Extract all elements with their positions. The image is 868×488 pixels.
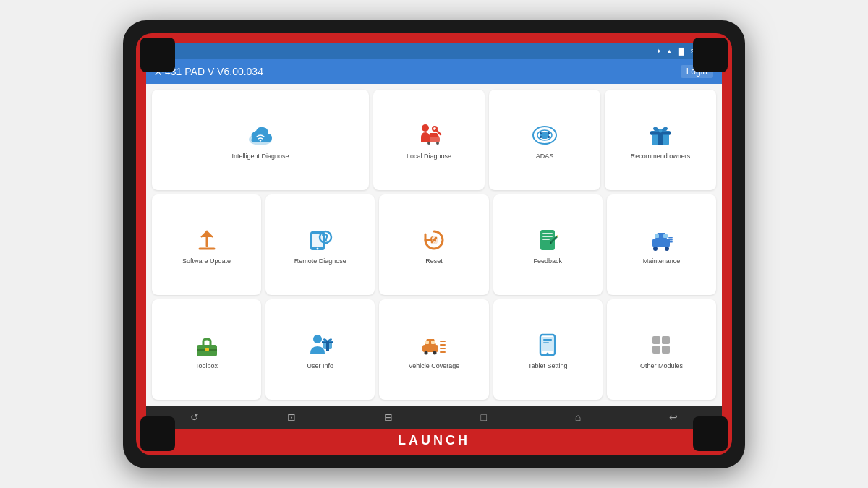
tile-reset[interactable]: Reset <box>379 194 488 295</box>
svg-rect-35 <box>668 237 673 239</box>
tile-tablet-setting[interactable]: Tablet Setting <box>493 299 603 400</box>
corner-bumper-tl <box>140 38 175 72</box>
app-row-3: Toolbox <box>152 299 716 400</box>
svg-point-50 <box>433 351 437 354</box>
svg-point-5 <box>436 142 439 145</box>
adas-icon <box>530 121 559 150</box>
intelligent-diagnose-label: Intelligent Diagnose <box>231 153 289 160</box>
svg-rect-45 <box>322 342 333 343</box>
tile-adas[interactable]: ADAS <box>489 90 600 190</box>
user-info-label: User Info <box>307 362 334 370</box>
screenshot-button[interactable]: ⊟ <box>384 411 393 423</box>
recents-button[interactable]: ⊡ <box>287 411 296 423</box>
tile-local-diagnose[interactable]: Local Diagnose <box>373 90 485 190</box>
svg-point-1 <box>260 140 261 141</box>
svg-point-41 <box>313 335 322 343</box>
tile-vehicle-coverage[interactable]: Vehicle Coverage <box>379 299 488 400</box>
back-button[interactable]: ↺ <box>190 411 199 423</box>
svg-rect-54 <box>440 351 446 353</box>
local-diagnose-label: Local Diagnose <box>407 153 451 160</box>
battery-icon: ▐▌ <box>677 48 686 55</box>
svg-rect-60 <box>652 336 660 344</box>
vehicle-coverage-label: Vehicle Coverage <box>409 362 460 370</box>
corner-bumper-tr <box>693 38 728 72</box>
svg-rect-30 <box>652 239 670 247</box>
svg-point-4 <box>427 142 430 145</box>
remote-diagnose-icon <box>306 226 335 254</box>
toolbox-label: Toolbox <box>195 362 218 370</box>
user-info-icon <box>306 330 335 359</box>
tile-recommend-owners[interactable]: Recommend owners <box>605 90 716 190</box>
svg-rect-59 <box>543 342 549 343</box>
recommend-owners-label: Recommend owners <box>631 153 691 160</box>
svg-rect-46 <box>422 345 438 352</box>
tablet-device: ✦ ▲ ▐▌ 2:54 PM X-431 PAD V V6.00.034 Log… <box>123 20 745 468</box>
svg-rect-28 <box>542 236 553 237</box>
feedback-icon <box>533 226 562 254</box>
tile-intelligent-diagnose[interactable]: Intelligent Diagnose <box>152 90 369 190</box>
svg-rect-63 <box>662 346 670 354</box>
tablet-setting-icon <box>533 330 562 359</box>
app-row-1: Intelligent Diagnose <box>152 90 716 190</box>
svg-point-22 <box>316 247 318 249</box>
svg-rect-36 <box>668 239 673 241</box>
svg-point-49 <box>425 351 428 354</box>
bluetooth-icon: ✦ <box>656 48 662 55</box>
software-update-icon <box>192 226 221 254</box>
return-button[interactable]: ↩ <box>669 411 678 423</box>
app-row-2: Software Update <box>152 194 716 295</box>
svg-rect-47 <box>425 341 429 344</box>
software-update-label: Software Update <box>182 257 231 265</box>
reset-icon <box>420 226 448 254</box>
navigation-bar: ↺ ⊡ ⊟ □ ⌂ ↩ <box>146 406 722 429</box>
svg-rect-13 <box>540 136 542 138</box>
svg-rect-58 <box>543 339 552 341</box>
adas-label: ADAS <box>536 153 554 160</box>
tablet-frame: ✦ ▲ ▐▌ 2:54 PM X-431 PAD V V6.00.034 Log… <box>136 33 732 455</box>
svg-rect-62 <box>652 346 660 354</box>
toolbox-icon <box>192 330 221 359</box>
tile-maintenance[interactable]: Maintenance <box>607 194 716 295</box>
svg-point-57 <box>547 352 549 354</box>
tile-remote-diagnose[interactable]: Remote Diagnose <box>265 194 375 295</box>
svg-point-24 <box>324 239 327 241</box>
other-modules-icon <box>647 330 676 359</box>
svg-point-34 <box>665 247 669 251</box>
svg-rect-37 <box>668 241 673 243</box>
brand-label: LAUNCH <box>398 433 470 448</box>
square-button[interactable]: □ <box>480 411 486 423</box>
maintenance-label: Maintenance <box>643 257 681 265</box>
svg-rect-12 <box>548 132 550 134</box>
home-button[interactable]: ⌂ <box>575 411 581 423</box>
tile-user-info[interactable]: User Info <box>265 299 375 400</box>
svg-rect-11 <box>540 132 542 134</box>
tile-toolbox[interactable]: Toolbox <box>152 299 261 400</box>
tablet-setting-label: Tablet Setting <box>528 362 568 370</box>
svg-point-19 <box>659 129 663 132</box>
svg-rect-31 <box>655 234 659 238</box>
svg-point-6 <box>433 127 437 131</box>
svg-point-33 <box>653 247 658 251</box>
tablet-screen: ✦ ▲ ▐▌ 2:54 PM X-431 PAD V V6.00.034 Log… <box>146 43 722 429</box>
svg-rect-32 <box>663 234 668 238</box>
svg-rect-14 <box>548 136 550 138</box>
tile-feedback[interactable]: Feedback <box>493 194 603 295</box>
remote-diagnose-label: Remote Diagnose <box>294 257 346 265</box>
svg-point-2 <box>422 124 429 132</box>
svg-rect-21 <box>312 234 323 247</box>
tile-software-update[interactable]: Software Update <box>152 194 261 295</box>
other-modules-label: Other Modules <box>640 362 683 370</box>
recommend-owners-icon <box>646 121 675 150</box>
svg-rect-51 <box>440 341 446 342</box>
intelligent-diagnose-icon <box>246 121 275 150</box>
svg-rect-40 <box>205 348 209 351</box>
status-bar: ✦ ▲ ▐▌ 2:54 PM <box>146 43 722 59</box>
svg-rect-27 <box>542 233 553 234</box>
wifi-icon: ▲ <box>666 48 673 55</box>
main-content: Intelligent Diagnose <box>146 84 722 406</box>
svg-rect-3 <box>427 137 440 142</box>
tile-other-modules[interactable]: Other Modules <box>607 299 716 400</box>
svg-rect-48 <box>431 341 435 344</box>
corner-bumper-br <box>693 416 728 451</box>
reset-label: Reset <box>425 257 443 265</box>
